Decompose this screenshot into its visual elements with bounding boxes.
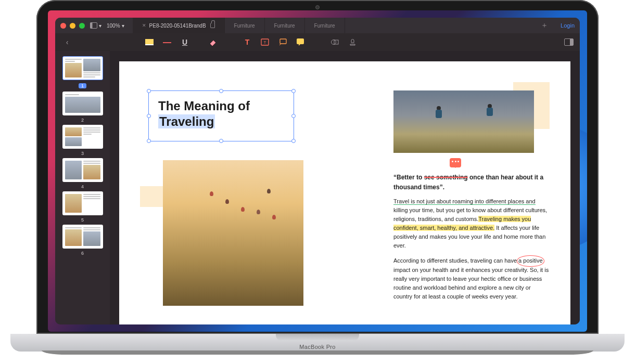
screen-bezel: ▾ 100%▾ ✕ PE8-2020-05141BrandB Furniture… <box>36 0 599 334</box>
document-tab[interactable]: Furniture <box>305 18 345 33</box>
squiggly-tool[interactable] <box>162 37 172 47</box>
tab-close-icon[interactable]: ✕ <box>142 23 146 28</box>
paragraph: Travel is not just about roaming into di… <box>393 197 550 250</box>
tab-label: PE8-2020-05141BrandB <box>149 23 206 29</box>
close-window-button[interactable] <box>60 23 66 29</box>
camera-icon <box>315 5 320 9</box>
textbox-tool[interactable]: T <box>260 37 270 47</box>
quote-text: “Better to see something once than hear … <box>393 173 550 192</box>
page-title[interactable]: The Meaning of Traveling <box>158 98 284 129</box>
comment-annotation-icon[interactable] <box>450 158 461 167</box>
svg-rect-5 <box>297 38 304 44</box>
shape-tool[interactable] <box>330 37 339 47</box>
stamp-tool[interactable] <box>348 37 357 47</box>
svg-text:T: T <box>264 40 266 45</box>
page-thumbnail[interactable]: 6 <box>62 225 103 256</box>
panel-toggle-button[interactable] <box>564 38 574 46</box>
highlight-tool[interactable] <box>145 37 154 47</box>
page-thumbnail[interactable]: 3 <box>62 125 103 156</box>
tab-strip: ✕ PE8-2020-05141BrandB Furniture Furnitu… <box>133 18 552 33</box>
main-image <box>163 160 303 306</box>
text-tools: T T <box>243 37 305 47</box>
markup-tools: U <box>145 37 218 47</box>
new-tab-button[interactable]: ＋ <box>538 18 551 33</box>
page-thumbnail[interactable]: 1 <box>62 56 103 89</box>
svg-point-6 <box>331 40 336 45</box>
sidebar-toggle[interactable]: ▾ <box>90 22 101 29</box>
svg-rect-1 <box>91 23 93 29</box>
note-tool[interactable] <box>296 37 305 47</box>
window-controls <box>60 23 85 29</box>
body-text: “Better to see something once than hear … <box>393 173 550 307</box>
device-label: MacBook Pro <box>299 344 335 350</box>
pdf-app-window: ▾ 100%▾ ✕ PE8-2020-05141BrandB Furniture… <box>55 18 580 324</box>
squiggly-annotation[interactable]: see something <box>424 174 468 181</box>
document-tab[interactable]: Furniture <box>225 18 265 33</box>
titlebar: ▾ 100%▾ ✕ PE8-2020-05141BrandB Furniture… <box>55 18 580 33</box>
annotation-toolbar: ‹ U T T <box>55 33 580 51</box>
back-button[interactable]: ‹ <box>61 38 73 46</box>
app-body: 1 2 3 4 5 <box>55 51 580 324</box>
eraser-tool[interactable] <box>208 37 218 47</box>
document-canvas[interactable]: The Meaning of Traveling <box>110 51 580 324</box>
laptop-base: MacBook Pro <box>10 334 625 352</box>
underline-tool[interactable]: U <box>180 37 189 47</box>
page-thumbnails-sidebar: 1 2 3 4 5 <box>55 51 110 324</box>
shape-tools <box>330 37 357 47</box>
hero-image <box>393 90 534 153</box>
page-thumbnail[interactable]: 5 <box>62 191 103 223</box>
laptop-notch <box>276 334 359 341</box>
desktop-wallpaper: ▾ 100%▾ ✕ PE8-2020-05141BrandB Furniture… <box>48 10 587 332</box>
lock-icon <box>210 23 215 28</box>
page-thumbnail[interactable]: 4 <box>62 158 103 189</box>
document-page: The Meaning of Traveling <box>119 61 570 324</box>
paragraph: According to different studies, travelin… <box>393 256 550 301</box>
document-tab[interactable]: Furniture <box>265 18 305 33</box>
text-tool[interactable]: T <box>243 37 252 47</box>
macbook-frame: ▾ 100%▾ ✕ PE8-2020-05141BrandB Furniture… <box>36 0 599 352</box>
page-thumbnail[interactable]: 2 <box>62 92 103 123</box>
document-tab-active[interactable]: ✕ PE8-2020-05141BrandB <box>133 18 225 33</box>
oval-annotation[interactable]: a positive <box>518 256 542 265</box>
callout-tool[interactable] <box>278 37 287 47</box>
selected-text-frame[interactable]: The Meaning of Traveling <box>148 90 294 141</box>
zoom-level[interactable]: 100%▾ <box>107 23 124 29</box>
minimize-window-button[interactable] <box>70 23 75 29</box>
underline-annotation[interactable]: Travel is not just about roaming into di… <box>393 198 536 205</box>
login-link[interactable]: Login <box>561 22 575 29</box>
maximize-window-button[interactable] <box>79 23 85 29</box>
toolbar-right <box>564 38 574 46</box>
svg-rect-4 <box>280 39 286 44</box>
